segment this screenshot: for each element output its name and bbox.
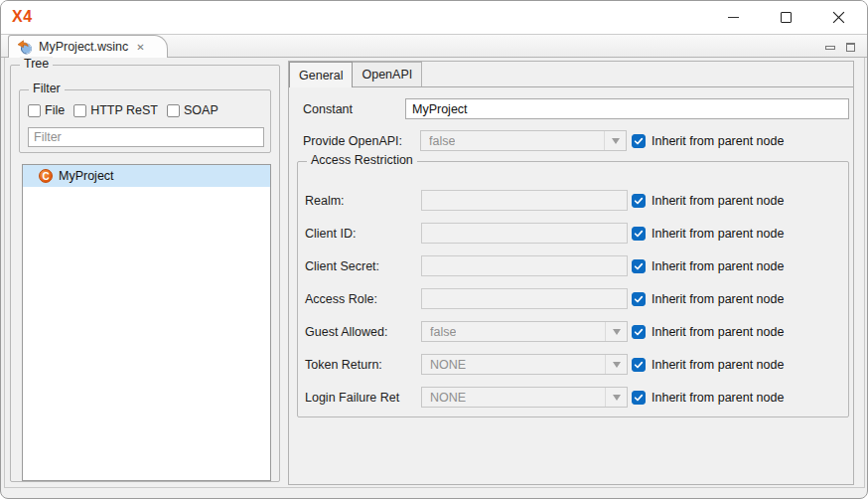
checkbox-icon bbox=[632, 194, 646, 208]
form-row: Client ID:Inherit from parent node bbox=[298, 223, 848, 245]
dropdown-provide-openapi[interactable]: false bbox=[420, 130, 627, 151]
dropdown-value: false bbox=[429, 134, 455, 148]
checkbox-label: SOAP bbox=[184, 103, 218, 117]
filter-checkbox-http-rest[interactable]: HTTP ReST bbox=[73, 103, 158, 117]
filter-checkbox-file[interactable]: File bbox=[28, 103, 65, 117]
chevron-down-icon bbox=[605, 388, 627, 407]
inherit-checkbox[interactable]: Inherit from parent node bbox=[632, 387, 784, 409]
form-row: Client Secret:Inherit from parent node bbox=[298, 255, 848, 277]
inherit-label: Inherit from parent node bbox=[651, 325, 784, 339]
inherit-label: Inherit from parent node bbox=[651, 194, 784, 208]
chevron-down-icon bbox=[605, 322, 627, 341]
field-label: Realm: bbox=[305, 194, 345, 208]
view-minimize-icon[interactable] bbox=[825, 46, 835, 50]
text-field-access-role[interactable] bbox=[421, 288, 628, 309]
editor-area: Tree Filter FileHTTP ReSTSOAP CMyProject… bbox=[4, 58, 865, 488]
tree-group-label: Tree bbox=[20, 57, 53, 71]
provide-openapi-row: Provide OpenAPI:falseInherit from parent… bbox=[289, 130, 853, 152]
editor-tab-myproject-wsinc[interactable]: MyProject.wsinc ✕ bbox=[8, 35, 168, 58]
constant-label: Constant bbox=[303, 102, 353, 116]
checkbox-icon bbox=[632, 134, 646, 148]
field-label: Guest Allowed: bbox=[305, 325, 387, 339]
checkbox-icon bbox=[632, 358, 646, 372]
filter-checkboxes: FileHTTP ReSTSOAP bbox=[28, 103, 218, 117]
editor-tab-label: MyProject.wsinc bbox=[39, 40, 128, 54]
constant-input[interactable] bbox=[405, 98, 849, 119]
tab-general[interactable]: General bbox=[289, 62, 353, 87]
editor-tabstrip: MyProject.wsinc ✕ bbox=[1, 34, 867, 58]
inherit-checkbox[interactable]: Inherit from parent node bbox=[632, 130, 784, 152]
text-field-realm[interactable] bbox=[421, 190, 628, 211]
form-panel: GeneralOpenAPI Constant Provide OpenAPI:… bbox=[288, 61, 854, 485]
form-row: Login Failure RetNONEInherit from parent… bbox=[298, 387, 848, 409]
dropdown-value: false bbox=[430, 325, 456, 339]
checkbox-label: HTTP ReST bbox=[90, 103, 158, 117]
field-label: Client ID: bbox=[305, 227, 356, 241]
checkbox-icon bbox=[632, 227, 646, 241]
maximize-icon bbox=[781, 12, 792, 23]
dropdown-value: NONE bbox=[430, 358, 466, 372]
checkbox-icon bbox=[632, 325, 646, 339]
checkbox-label: File bbox=[45, 103, 65, 117]
access-restriction-group: Access Restriction Realm:Inherit from pa… bbox=[297, 161, 849, 417]
form-row: Access Role:Inherit from parent node bbox=[298, 288, 848, 310]
filter-checkbox-soap[interactable]: SOAP bbox=[167, 103, 218, 117]
tree-item-myproject[interactable]: CMyProject bbox=[23, 165, 270, 187]
form-row: Token Return:NONEInherit from parent nod… bbox=[298, 354, 848, 376]
inherit-label: Inherit from parent node bbox=[651, 292, 784, 306]
checkbox-icon bbox=[632, 391, 646, 405]
inherit-label: Inherit from parent node bbox=[651, 134, 784, 148]
chevron-down-icon bbox=[605, 355, 627, 374]
checkbox-icon bbox=[28, 104, 41, 117]
dropdown-guest-allowed[interactable]: false bbox=[421, 321, 628, 342]
minimize-icon bbox=[728, 17, 739, 18]
checkbox-icon bbox=[167, 104, 180, 117]
inherit-label: Inherit from parent node bbox=[651, 358, 784, 372]
chevron-down-icon bbox=[604, 131, 626, 150]
inherit-checkbox[interactable]: Inherit from parent node bbox=[632, 255, 784, 277]
wsinc-file-icon bbox=[17, 39, 33, 55]
inherit-checkbox[interactable]: Inherit from parent node bbox=[632, 288, 784, 310]
form-tabbar: GeneralOpenAPI bbox=[289, 62, 853, 87]
inherit-checkbox[interactable]: Inherit from parent node bbox=[632, 223, 784, 245]
inherit-checkbox[interactable]: Inherit from parent node bbox=[632, 354, 784, 376]
inherit-label: Inherit from parent node bbox=[651, 259, 784, 273]
dropdown-login-failure-ret[interactable]: NONE bbox=[421, 387, 628, 408]
inherit-label: Inherit from parent node bbox=[651, 391, 784, 405]
text-field-client-id[interactable] bbox=[421, 223, 628, 244]
field-label: Provide OpenAPI: bbox=[303, 134, 402, 148]
filter-group-label: Filter bbox=[29, 82, 65, 95]
window-minimize-button[interactable] bbox=[710, 1, 756, 33]
field-label: Login Failure Ret bbox=[305, 391, 399, 405]
filter-input[interactable] bbox=[28, 127, 264, 147]
dropdown-value: NONE bbox=[430, 391, 466, 405]
view-maximize-icon[interactable] bbox=[846, 43, 855, 52]
view-controls bbox=[825, 43, 855, 52]
tab-close-icon[interactable]: ✕ bbox=[136, 42, 144, 53]
field-label: Access Role: bbox=[305, 292, 377, 306]
form-row: Realm:Inherit from parent node bbox=[298, 190, 848, 212]
close-icon bbox=[832, 11, 845, 24]
tree-item-label: MyProject bbox=[59, 169, 114, 183]
tree-list[interactable]: CMyProject bbox=[22, 164, 271, 481]
app-window: X4 MyProject.wsinc ✕ bbox=[0, 0, 868, 499]
inherit-checkbox[interactable]: Inherit from parent node bbox=[632, 321, 784, 343]
access-restriction-label: Access Restriction bbox=[307, 153, 417, 167]
form-row: Guest Allowed:falseInherit from parent n… bbox=[298, 321, 848, 343]
constant-row: Constant bbox=[289, 98, 853, 120]
titlebar: X4 bbox=[1, 1, 867, 34]
dropdown-token-return[interactable]: NONE bbox=[421, 354, 628, 375]
app-logo: X4 bbox=[12, 8, 33, 26]
checkbox-icon bbox=[632, 259, 646, 273]
inherit-checkbox[interactable]: Inherit from parent node bbox=[632, 190, 784, 212]
field-label: Token Return: bbox=[305, 358, 382, 372]
inherit-label: Inherit from parent node bbox=[651, 227, 784, 241]
tab-openapi[interactable]: OpenAPI bbox=[353, 62, 422, 86]
filter-group: Filter FileHTTP ReSTSOAP bbox=[19, 89, 271, 153]
constant-icon: C bbox=[39, 169, 53, 183]
form-row: Provide OpenAPI:falseInherit from parent… bbox=[289, 130, 853, 152]
field-label: Client Secret: bbox=[305, 259, 379, 273]
text-field-client-secret[interactable] bbox=[421, 255, 628, 276]
window-maximize-button[interactable] bbox=[763, 1, 808, 33]
window-close-button[interactable] bbox=[815, 1, 861, 33]
